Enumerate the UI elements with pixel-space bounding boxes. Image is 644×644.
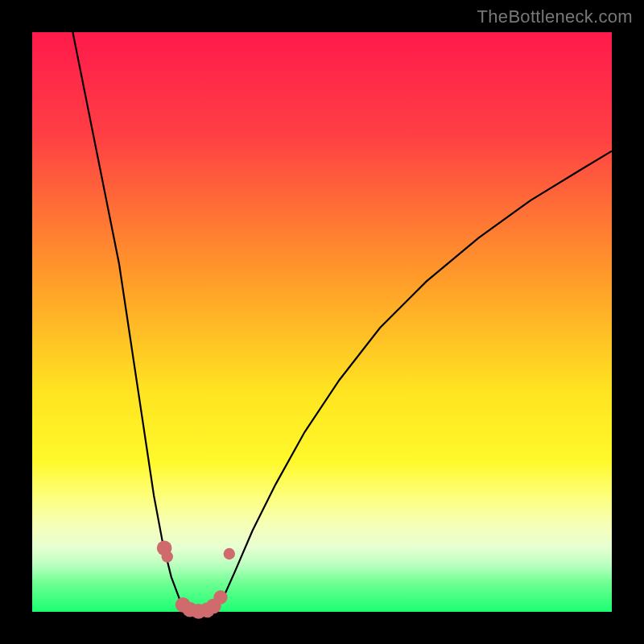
bottleneck-curve-right (212, 151, 612, 611)
data-marker-7 (213, 590, 227, 604)
plot-area (32, 32, 612, 612)
data-marker-8 (224, 548, 235, 559)
bottleneck-curve-left (72, 32, 188, 610)
curve-svg (32, 32, 612, 612)
marker-group (157, 540, 235, 618)
data-marker-1 (162, 551, 173, 562)
watermark-text: TheBottleneck.com (477, 6, 633, 27)
outer-frame: TheBottleneck.com (0, 0, 644, 644)
